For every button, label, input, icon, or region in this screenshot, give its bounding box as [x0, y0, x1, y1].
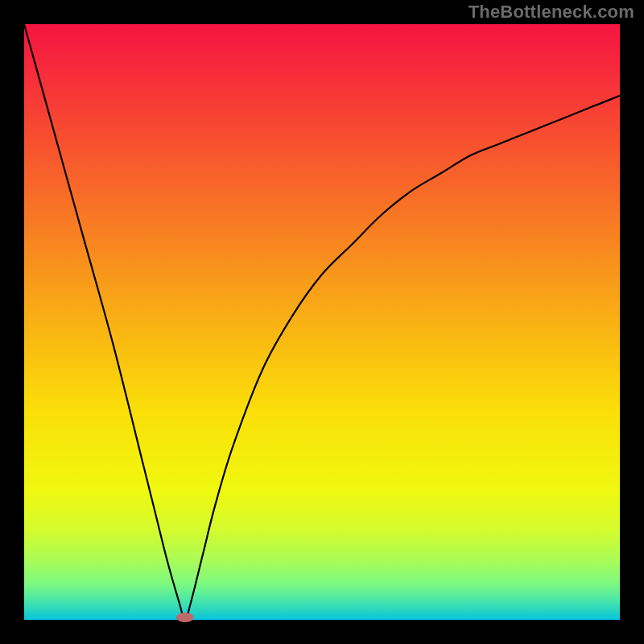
plot-area [24, 24, 620, 620]
chart-frame: TheBottleneck.com [0, 0, 644, 644]
bottleneck-marker [176, 613, 194, 622]
bottleneck-chart [0, 0, 644, 644]
watermark-text: TheBottleneck.com [469, 2, 634, 23]
